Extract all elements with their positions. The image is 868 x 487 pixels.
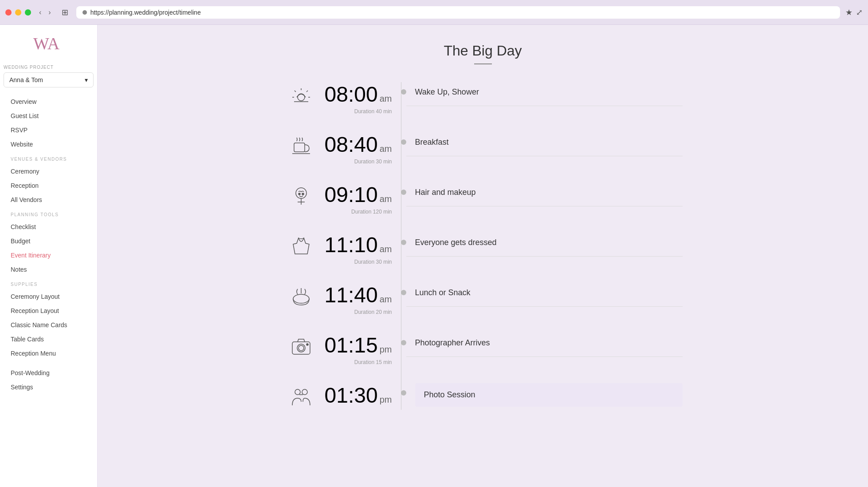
- svg-point-15: [293, 294, 309, 303]
- address-bar[interactable]: https://planning.wedding/project/timelin…: [76, 6, 840, 19]
- nav-buttons: ‹ ›: [36, 8, 54, 17]
- venues-vendors-section-label: VENUES & VENDORS: [0, 151, 97, 164]
- timeline-duration-1: Duration 30 min: [319, 158, 392, 165]
- svg-line-3: [306, 91, 308, 92]
- timeline-dot-2: [401, 190, 406, 195]
- sidebar-item-ceremony[interactable]: Ceremony: [0, 164, 97, 178]
- timeline-time-block-3: 11:10am Duration 30 min: [319, 233, 401, 265]
- timeline-event-name-5: Photographer Arrives: [415, 338, 683, 348]
- sidebar-item-checklist[interactable]: Checklist: [0, 220, 97, 234]
- timeline-content-0: Wake Up, Shower: [406, 82, 683, 106]
- timeline-time-4: 11:40am: [319, 283, 392, 307]
- timeline-time-block-6: 01:30pm: [319, 383, 401, 409]
- minimize-button[interactable]: [15, 9, 21, 16]
- project-select-dropdown[interactable]: Anna & Tom ▾: [4, 72, 94, 87]
- timeline-time-3: 11:10am: [319, 233, 392, 257]
- sidebar-item-budget[interactable]: Budget: [0, 234, 97, 248]
- timeline-item-3: 11:10am Duration 30 min Everyone gets dr…: [283, 233, 683, 265]
- svg-text:WA: WA: [33, 34, 60, 51]
- timeline-content-6: Photo Session: [415, 383, 683, 407]
- sidebar-item-table-cards[interactable]: Table Cards: [0, 332, 97, 346]
- timeline-dot-1: [401, 139, 406, 145]
- sidebar-item-classic-name-cards[interactable]: Classic Name Cards: [0, 318, 97, 332]
- title-divider: [474, 63, 492, 64]
- logo-area: WA: [0, 34, 97, 60]
- traffic-lights: [5, 9, 31, 16]
- timeline-item-5: 01:15pm Duration 15 min Photographer Arr…: [283, 333, 683, 365]
- url-text: https://planning.wedding/project/timelin…: [90, 9, 201, 16]
- people-icon: [283, 383, 319, 410]
- timeline-event-name-6: Photo Session: [424, 390, 674, 400]
- sidebar-item-overview[interactable]: Overview: [0, 95, 97, 109]
- expand-button[interactable]: ⤢: [856, 8, 863, 17]
- sidebar-item-ceremony-layout[interactable]: Ceremony Layout: [0, 289, 97, 304]
- project-name: Anna & Tom: [9, 76, 43, 83]
- sidebar-item-rsvp[interactable]: RSVP: [0, 123, 97, 137]
- sidebar: WA WEDDING PROJECT Anna & Tom ▾ Overview…: [0, 25, 98, 487]
- sidebar-item-website[interactable]: Website: [0, 137, 97, 151]
- timeline-event-name-2: Hair and makeup: [415, 188, 683, 197]
- timeline-duration-5: Duration 15 min: [319, 359, 392, 365]
- sidebar-item-event-itinerary[interactable]: Event Itinerary: [0, 248, 97, 262]
- timeline-content-1: Breakfast: [406, 132, 683, 156]
- timeline-dot-5: [401, 340, 406, 345]
- timeline-duration-0: Duration 40 min: [319, 108, 392, 115]
- close-button[interactable]: [5, 9, 12, 16]
- sidebar-item-reception-layout[interactable]: Reception Layout: [0, 304, 97, 318]
- dress-icon: [283, 233, 319, 259]
- app-body: WA WEDDING PROJECT Anna & Tom ▾ Overview…: [0, 25, 868, 487]
- timeline-time-block-5: 01:15pm Duration 15 min: [319, 333, 401, 365]
- coffee-icon: [283, 132, 319, 159]
- makeup-icon: [283, 182, 319, 209]
- page-title-area: The Big Day: [124, 43, 841, 64]
- security-icon: [82, 10, 87, 15]
- supplies-section-label: SUPPLIES: [0, 277, 97, 289]
- page-title: The Big Day: [124, 43, 841, 59]
- main-content: The Big Day: [98, 25, 868, 487]
- maximize-button[interactable]: [25, 9, 31, 16]
- timeline-content-3: Everyone gets dressed: [406, 233, 683, 257]
- bookmark-button[interactable]: ★: [845, 8, 852, 17]
- timeline-time-0: 08:00am: [319, 82, 392, 107]
- browser-chrome: ‹ › ⊞ https://planning.wedding/project/t…: [0, 0, 868, 25]
- timeline-duration-4: Duration 20 min: [319, 309, 392, 315]
- timeline-time-2: 09:10am: [319, 182, 392, 207]
- timeline-event-name-0: Wake Up, Shower: [415, 87, 683, 97]
- timeline-dot-0: [401, 89, 406, 95]
- timeline-item-0: 08:00am Duration 40 min Wake Up, Shower: [283, 82, 683, 115]
- project-section-label: WEDDING PROJECT: [0, 65, 97, 70]
- timeline-content-4: Lunch or Snack: [406, 283, 683, 307]
- timeline-time-6: 01:30pm: [319, 383, 392, 408]
- sidebar-item-settings[interactable]: Settings: [0, 380, 97, 394]
- timeline-item-1: 08:40am Duration 30 min Breakfast: [283, 132, 683, 165]
- timeline-time-block-1: 08:40am Duration 30 min: [319, 132, 401, 165]
- camera-icon: [283, 333, 319, 360]
- timeline-time-block-2: 09:10am Duration 120 min: [319, 182, 401, 215]
- sidebar-item-guest-list[interactable]: Guest List: [0, 109, 97, 123]
- svg-point-13: [298, 193, 300, 195]
- sidebar-toggle-button[interactable]: ⊞: [59, 7, 71, 18]
- timeline-event-name-3: Everyone gets dressed: [415, 238, 683, 247]
- timeline-content-2: Hair and makeup: [406, 182, 683, 206]
- svg-point-14: [302, 193, 304, 195]
- timeline-duration-3: Duration 30 min: [319, 259, 392, 265]
- forward-button[interactable]: ›: [46, 8, 53, 17]
- sunrise-icon: [283, 82, 319, 109]
- back-button[interactable]: ‹: [36, 8, 44, 17]
- timeline-event-name-4: Lunch or Snack: [415, 288, 683, 297]
- timeline-time-1: 08:40am: [319, 132, 392, 157]
- timeline-item-6: 01:30pm Photo Session: [283, 383, 683, 410]
- sidebar-item-reception[interactable]: Reception: [0, 178, 97, 193]
- sidebar-item-post-wedding[interactable]: Post-Wedding: [0, 366, 97, 380]
- food-icon: [283, 283, 319, 309]
- timeline-dot-3: [401, 240, 406, 245]
- sidebar-item-all-vendors[interactable]: All Vendors: [0, 193, 97, 207]
- timeline-content-5: Photographer Arrives: [406, 333, 683, 357]
- svg-point-19: [306, 344, 308, 345]
- svg-rect-8: [294, 143, 305, 152]
- sidebar-item-reception-menu[interactable]: Reception Menu: [0, 346, 97, 360]
- timeline-item-2: 09:10am Duration 120 min Hair and makeup: [283, 182, 683, 215]
- sidebar-item-notes[interactable]: Notes: [0, 262, 97, 277]
- svg-line-6: [295, 91, 296, 92]
- planning-tools-section-label: PLANNING TOOLS: [0, 207, 97, 220]
